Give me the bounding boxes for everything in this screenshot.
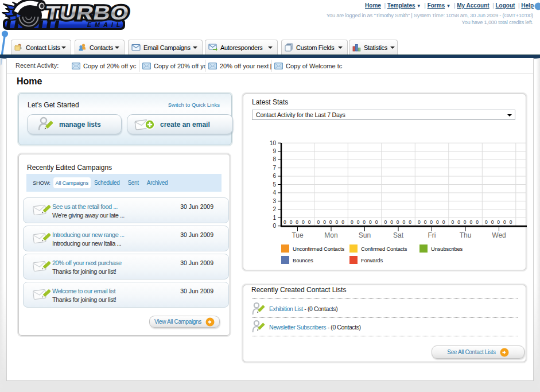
svg-text:0: 0 — [369, 219, 372, 225]
svg-text:Wed: Wed — [492, 231, 506, 239]
svg-text:Bounces: Bounces — [293, 257, 313, 263]
svg-text:0: 0 — [375, 219, 378, 225]
svg-text:Forwards: Forwards — [361, 257, 383, 263]
svg-text:0: 0 — [308, 219, 311, 225]
svg-text:Mon: Mon — [324, 231, 337, 239]
svg-text:1: 1 — [273, 215, 276, 221]
svg-text:0: 0 — [418, 219, 421, 225]
svg-text:Sat: Sat — [393, 231, 404, 239]
svg-text:0: 0 — [296, 219, 298, 225]
svg-text:0: 0 — [457, 219, 460, 225]
svg-text:0: 0 — [397, 219, 399, 225]
svg-text:3: 3 — [273, 198, 276, 204]
svg-text:0: 0 — [436, 219, 439, 225]
svg-text:9: 9 — [273, 148, 276, 154]
svg-text:5: 5 — [273, 181, 276, 188]
svg-text:Unconfirmed Contacts: Unconfirmed Contacts — [293, 246, 344, 252]
svg-text:0: 0 — [317, 219, 320, 225]
svg-text:0: 0 — [283, 219, 286, 225]
svg-text:0: 0 — [485, 219, 488, 225]
svg-text:0: 0 — [351, 219, 353, 225]
svg-text:0: 0 — [476, 219, 479, 225]
svg-text:0: 0 — [442, 219, 445, 225]
svg-text:0: 0 — [510, 219, 512, 225]
svg-text:0: 0 — [329, 219, 332, 225]
svg-text:0: 0 — [357, 219, 360, 225]
svg-text:0: 0 — [409, 219, 411, 225]
svg-text:Unsubscribes: Unsubscribes — [431, 246, 463, 252]
svg-text:0: 0 — [336, 219, 339, 225]
svg-text:0: 0 — [491, 219, 494, 225]
svg-text:2: 2 — [273, 206, 276, 212]
svg-text:0: 0 — [503, 219, 506, 225]
svg-text:0: 0 — [464, 219, 467, 225]
svg-text:0: 0 — [430, 219, 433, 225]
svg-text:6: 6 — [273, 173, 276, 179]
svg-text:7: 7 — [273, 165, 276, 171]
svg-text:0: 0 — [403, 219, 406, 225]
svg-text:4: 4 — [273, 189, 276, 196]
svg-text:8: 8 — [273, 156, 276, 162]
svg-text:TURBO: TURBO — [44, 2, 131, 24]
svg-text:10: 10 — [270, 140, 277, 146]
svg-text:0: 0 — [470, 219, 473, 225]
svg-text:0: 0 — [302, 219, 305, 225]
svg-text:0: 0 — [290, 219, 293, 225]
svg-text:0: 0 — [273, 223, 276, 229]
svg-text:0: 0 — [363, 219, 366, 225]
svg-text:0: 0 — [390, 219, 393, 225]
svg-text:0: 0 — [323, 219, 326, 225]
svg-text:0: 0 — [341, 219, 344, 225]
svg-text:Confirmed Contacts: Confirmed Contacts — [361, 246, 407, 252]
svg-text:Tue: Tue — [292, 231, 304, 239]
svg-text:0: 0 — [424, 219, 427, 225]
svg-text:Thu: Thu — [460, 231, 472, 239]
svg-text:0: 0 — [451, 219, 454, 225]
svg-text:Sun: Sun — [359, 231, 371, 239]
svg-text:0: 0 — [497, 219, 500, 225]
svg-text:0: 0 — [384, 219, 387, 225]
svg-text:Fri: Fri — [428, 231, 436, 239]
